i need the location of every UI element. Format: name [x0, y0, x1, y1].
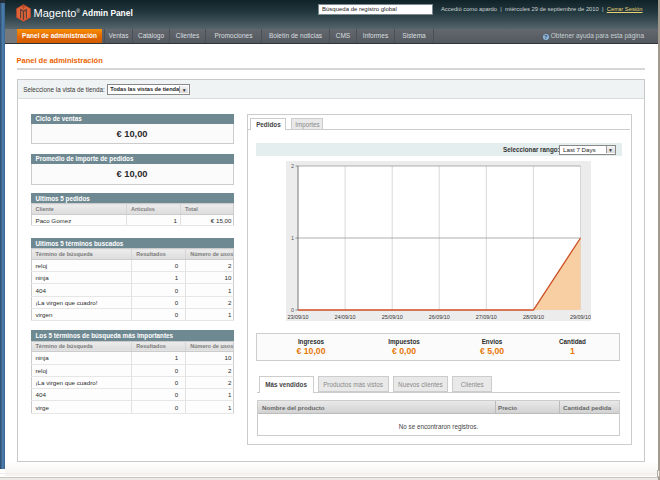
svg-text:28/09/10: 28/09/10: [523, 314, 544, 320]
svg-text:25/09/10: 25/09/10: [382, 314, 403, 320]
svg-text:0: 0: [291, 307, 294, 313]
svg-text:29/09/10: 29/09/10: [570, 314, 591, 320]
svg-text:26/09/10: 26/09/10: [429, 314, 450, 320]
svg-text:24/09/10: 24/09/10: [335, 314, 356, 320]
svg-text:2: 2: [291, 163, 294, 169]
svg-text:1: 1: [291, 235, 294, 241]
svg-text:23/09/10: 23/09/10: [288, 314, 309, 320]
svg-text:27/09/10: 27/09/10: [476, 314, 497, 320]
